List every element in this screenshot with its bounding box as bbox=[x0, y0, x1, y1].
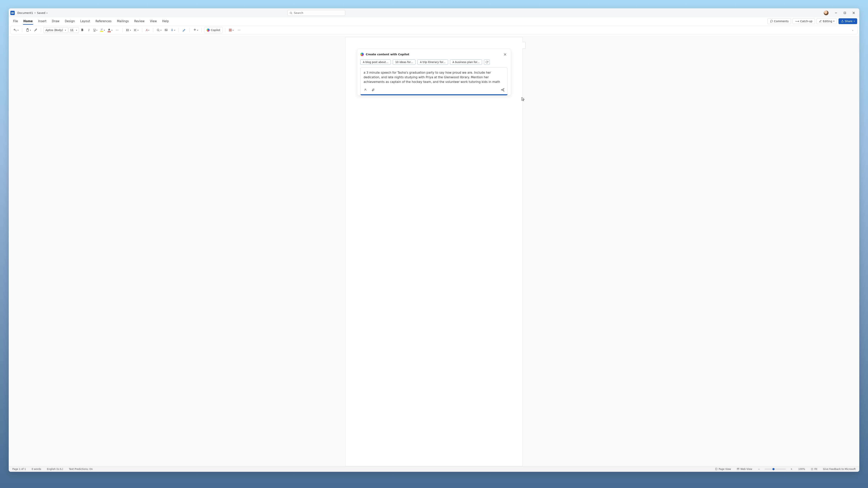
underline-button[interactable]: U▾ bbox=[92, 27, 99, 33]
minimize-icon bbox=[835, 12, 837, 14]
zoom-thumb[interactable] bbox=[773, 468, 775, 470]
ribbon-copilot-button[interactable]: Copilot bbox=[204, 27, 223, 33]
suggestion-chip[interactable]: A business plan for... bbox=[450, 59, 482, 65]
web-view-button[interactable]: Web View bbox=[736, 467, 753, 471]
align-button[interactable]: ▾ bbox=[132, 27, 140, 33]
paste-button[interactable]: ▾ bbox=[25, 27, 32, 33]
document-canvas[interactable]: Create content with Copilot A blog post … bbox=[9, 36, 859, 466]
close-icon bbox=[852, 12, 855, 14]
share-button[interactable]: Share ▾ bbox=[838, 18, 857, 24]
svg-line-1 bbox=[291, 13, 292, 14]
window-maximize-button[interactable] bbox=[841, 10, 849, 16]
comments-label: Comments bbox=[774, 20, 789, 23]
fit-icon bbox=[811, 468, 813, 470]
zoom-in-button[interactable]: + bbox=[789, 467, 794, 471]
ribbon-toolbar: ▾ ▾ Aptos (Body)▾ 11▾ B I U▾ ▾ A▾ ⋯ ▾ ▾ … bbox=[10, 26, 858, 34]
tab-view[interactable]: View bbox=[148, 18, 159, 25]
chevron-down-icon: ▾ bbox=[112, 29, 113, 31]
tab-layout[interactable]: Layout bbox=[78, 18, 92, 25]
font-size-select[interactable]: 11▾ bbox=[68, 27, 79, 33]
catchup-button[interactable]: ⟶ Catch-up bbox=[793, 18, 815, 24]
tab-file[interactable]: File bbox=[11, 18, 20, 25]
more-font-button[interactable]: ⋯ bbox=[114, 27, 120, 33]
svg-point-11 bbox=[126, 31, 127, 31]
zoom-level[interactable]: 100% bbox=[797, 467, 806, 471]
svg-point-0 bbox=[290, 12, 292, 14]
svg-rect-22 bbox=[172, 29, 173, 30]
document-title[interactable]: Document1 • Saved ▾ bbox=[16, 11, 48, 14]
attach-button[interactable] bbox=[371, 87, 376, 92]
dictate-button[interactable]: ▾ bbox=[169, 27, 176, 33]
document-page[interactable]: Create content with Copilot A blog post … bbox=[345, 37, 523, 466]
tab-mailings[interactable]: Mailings bbox=[115, 18, 131, 25]
feedback-link[interactable]: Give Feedback to Microsoft bbox=[822, 467, 857, 471]
undo-button[interactable]: ▾ bbox=[12, 27, 20, 33]
insert-media-button[interactable] bbox=[163, 27, 169, 33]
refresh-icon bbox=[486, 61, 488, 63]
ribbon-collapse-button[interactable]: ⌄ bbox=[850, 27, 856, 33]
fit-label: Fit bbox=[814, 467, 817, 470]
zoom-slider[interactable] bbox=[765, 469, 786, 469]
svg-point-18 bbox=[157, 29, 159, 31]
add-in-button[interactable]: ▾ bbox=[227, 27, 235, 33]
page-view-button[interactable]: Page View bbox=[714, 467, 732, 471]
chevron-down-icon: ▾ bbox=[96, 29, 97, 31]
document-name: Document1 bbox=[18, 11, 33, 14]
share-icon bbox=[841, 20, 844, 23]
suggestion-chip[interactable]: A blog post about... bbox=[360, 59, 391, 65]
font-family-select[interactable]: Aptos (Body)▾ bbox=[43, 27, 68, 33]
highlight-button[interactable]: ▾ bbox=[99, 27, 106, 33]
chevron-down-icon: ▾ bbox=[104, 29, 105, 31]
editing-mode-button[interactable]: Editing ▾ bbox=[816, 18, 837, 24]
share-label: Share bbox=[845, 20, 852, 23]
user-avatar[interactable] bbox=[824, 10, 829, 15]
tab-home[interactable]: Home bbox=[21, 18, 35, 25]
styles-button[interactable]: A▾ bbox=[145, 27, 151, 33]
italic-button[interactable]: I bbox=[86, 27, 92, 33]
zoom-out-button[interactable]: − bbox=[757, 467, 761, 471]
window-close-button[interactable] bbox=[849, 10, 858, 16]
send-button[interactable] bbox=[500, 87, 505, 92]
copilot-prompt-textarea[interactable] bbox=[361, 68, 507, 86]
inspire-button[interactable] bbox=[363, 87, 368, 92]
tab-references[interactable]: References bbox=[93, 18, 114, 25]
list-icon bbox=[126, 29, 129, 32]
suggestion-chip[interactable]: A trip itinerary for... bbox=[417, 59, 448, 65]
copilot-close-button[interactable] bbox=[502, 52, 508, 57]
page-side-handle[interactable] bbox=[523, 42, 526, 49]
bold-button[interactable]: B bbox=[79, 27, 86, 33]
microphone-icon bbox=[171, 28, 174, 32]
window-minimize-button[interactable] bbox=[832, 10, 840, 16]
editing-label: Editing bbox=[823, 20, 832, 23]
sparkle-icon bbox=[193, 29, 196, 32]
more-commands-button[interactable]: ⋯ bbox=[236, 27, 242, 33]
status-word-count[interactable]: 0 words bbox=[30, 467, 42, 471]
bullets-button[interactable]: ▾ bbox=[125, 27, 132, 33]
format-painter-button[interactable] bbox=[32, 27, 38, 33]
comments-button[interactable]: Comments bbox=[768, 18, 791, 24]
status-language[interactable]: English (U.S.) bbox=[46, 467, 64, 471]
status-bar: Page 1 of 1 0 words English (U.S.) Text … bbox=[9, 466, 859, 471]
suggestion-chip[interactable]: 10 ideas for... bbox=[393, 59, 415, 65]
status-text-predictions[interactable]: Text Predictions: On bbox=[68, 467, 94, 471]
tab-review[interactable]: Review bbox=[132, 18, 147, 25]
font-color-button[interactable]: A▾ bbox=[106, 27, 114, 33]
tab-insert[interactable]: Insert bbox=[36, 18, 49, 25]
chevron-down-icon: ▾ bbox=[148, 29, 149, 31]
svg-point-10 bbox=[126, 30, 127, 30]
search-icon bbox=[289, 11, 292, 14]
sparkle-icon bbox=[364, 88, 367, 91]
editor-button[interactable] bbox=[181, 27, 187, 33]
font-family-value: Aptos (Body) bbox=[45, 29, 63, 32]
search-box[interactable]: Search bbox=[287, 10, 345, 16]
tab-design[interactable]: Design bbox=[62, 18, 77, 25]
status-page[interactable]: Page 1 of 1 bbox=[11, 467, 27, 471]
tab-draw[interactable]: Draw bbox=[50, 18, 62, 25]
quill-icon bbox=[183, 28, 186, 32]
find-button[interactable]: ▾ bbox=[155, 27, 163, 33]
paintbrush-icon bbox=[34, 28, 37, 32]
designer-button[interactable]: ▾ bbox=[192, 27, 199, 33]
tab-help[interactable]: Help bbox=[160, 18, 171, 25]
fit-button[interactable]: Fit bbox=[810, 467, 818, 471]
refresh-suggestions-button[interactable] bbox=[484, 59, 490, 65]
